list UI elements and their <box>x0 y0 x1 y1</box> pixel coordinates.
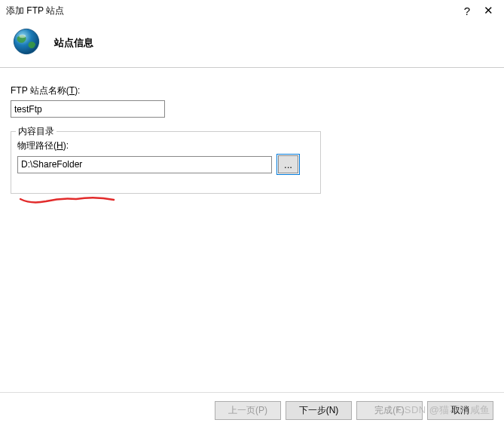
titlebar-controls: ? ✕ <box>464 4 498 17</box>
globe-icon <box>11 26 42 60</box>
site-name-label: FTP 站点名称(T): <box>11 84 493 97</box>
wizard-header: 站点信息 <box>0 20 504 67</box>
close-icon[interactable]: ✕ <box>484 4 493 17</box>
wizard-buttons: 上一页(P) 下一步(N) 完成(F) 取消 <box>215 401 493 420</box>
help-icon[interactable]: ? <box>464 5 470 17</box>
window-title: 添加 FTP 站点 <box>6 5 464 17</box>
physical-path-input[interactable] <box>17 156 272 173</box>
next-button[interactable]: 下一步(N) <box>286 401 352 420</box>
footer-divider <box>0 392 504 393</box>
fieldset-legend: 内容目录 <box>16 125 57 138</box>
wizard-content: FTP 站点名称(T): 内容目录 物理路径(H): ... <box>0 68 504 194</box>
hand-drawn-annotation <box>20 195 118 207</box>
svg-point-0 <box>14 29 38 54</box>
cancel-button[interactable]: 取消 <box>427 401 493 420</box>
titlebar: 添加 FTP 站点 ? ✕ <box>0 0 504 20</box>
content-directory-group: 内容目录 物理路径(H): ... <box>11 131 321 194</box>
finish-button: 完成(F) <box>356 401 423 420</box>
browse-button[interactable]: ... <box>278 155 298 173</box>
previous-button: 上一页(P) <box>215 401 281 420</box>
svg-point-1 <box>19 35 26 38</box>
page-title: 站点信息 <box>54 36 93 50</box>
site-name-input[interactable] <box>11 100 165 118</box>
physical-path-label: 物理路径(H): <box>17 139 314 152</box>
